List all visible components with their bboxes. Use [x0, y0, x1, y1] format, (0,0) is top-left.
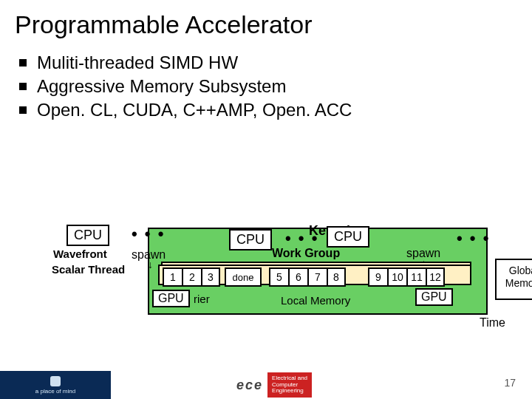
local-memory-label: Local Memory	[281, 294, 350, 307]
bullet-3: Open. CL, CUDA, C++AMP, Open. ACC	[19, 100, 517, 120]
global-memory-line2: Memory	[505, 277, 532, 289]
ubc-tagline: a place of mind	[35, 388, 75, 395]
wavefront-label: Wavefront	[53, 248, 107, 260]
done-box: done	[225, 267, 262, 287]
ece-text: ece	[236, 378, 263, 393]
cell: 9	[368, 267, 387, 287]
footer: a place of mind ece Electrical andComput…	[0, 371, 532, 399]
thread-cells-c: 9 10 11 12	[368, 267, 445, 287]
time-axis-label: Time	[480, 316, 505, 330]
ece-logo: ece Electrical andComputerEngineering	[236, 371, 312, 399]
bullet-text: Muliti-threaded SIMD HW	[37, 52, 238, 73]
cell: 3	[201, 267, 220, 287]
global-memory-line1: Global	[509, 265, 532, 276]
bullet-text: Aggressive Memory Subsystem	[37, 76, 286, 97]
cpu-box-3: CPU	[327, 226, 369, 248]
scalar-thread-label: Scalar Thread	[52, 263, 125, 276]
cell: 12	[426, 267, 445, 287]
cpu-box-2: CPU	[229, 229, 272, 250]
cell: 10	[387, 267, 406, 287]
gpu-box-right: GPU	[415, 288, 453, 306]
thread-cells-b: 5 6 7 8	[269, 267, 346, 287]
cell: 2	[182, 267, 201, 287]
work-group-label: Work Group	[272, 247, 340, 260]
global-memory-box: Global Memory	[495, 259, 532, 300]
bullet-1: Muliti-threaded SIMD HW	[19, 52, 517, 73]
cell: 7	[307, 267, 327, 287]
dots-1: • • •	[132, 225, 165, 244]
ubc-badge: a place of mind	[0, 371, 111, 399]
kernel-diagram: Kernel CPU • • • CPU • • • CPU • • • Wor…	[52, 207, 502, 340]
cell: 5	[269, 267, 288, 287]
cell: 8	[327, 267, 346, 287]
slide-title: Programmable Accelerator	[15, 10, 517, 39]
cell: 11	[406, 267, 426, 287]
barrier-fragment: rier	[194, 293, 210, 305]
crest-icon	[50, 376, 61, 386]
bullet-icon	[19, 83, 27, 90]
down-arrow-icon: ↓	[148, 259, 153, 270]
ece-tag: Electrical andComputerEngineering	[267, 372, 312, 398]
gpu-box-left: GPU	[152, 290, 190, 307]
dots-2: • • •	[285, 229, 318, 248]
thread-cells-a: 1 2 3	[163, 267, 220, 287]
bullet-icon	[19, 106, 27, 114]
bullet-list: Muliti-threaded SIMD HW Aggressive Memor…	[19, 52, 517, 120]
cell: 1	[163, 267, 182, 287]
bullet-text: Open. CL, CUDA, C++AMP, Open. ACC	[37, 100, 352, 120]
dots-3: • • •	[457, 229, 490, 248]
bullet-icon	[19, 59, 27, 66]
bullet-2: Aggressive Memory Subsystem	[19, 76, 517, 97]
cell: 6	[288, 267, 307, 287]
cpu-box-1: CPU	[66, 225, 109, 246]
